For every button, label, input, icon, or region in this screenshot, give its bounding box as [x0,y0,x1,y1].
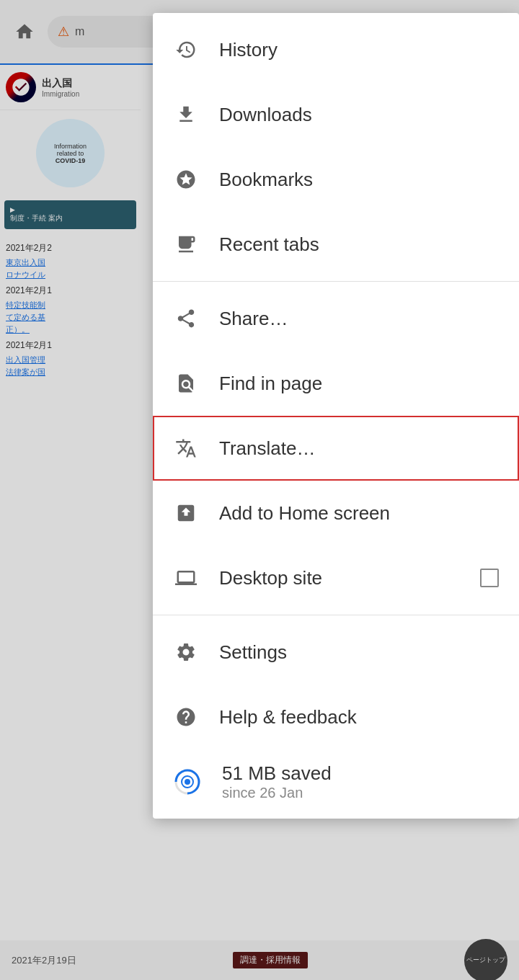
find-in-page-label: Find in page [219,373,499,395]
bookmarks-label: Bookmarks [219,169,499,191]
menu-item-settings[interactable]: Settings [153,620,519,685]
menu-item-downloads[interactable]: Downloads [153,82,519,147]
menu-item-share[interactable]: Share… [153,286,519,351]
desktop-site-checkbox[interactable] [480,569,499,587]
history-icon [173,37,199,63]
recent-tabs-icon [173,231,199,257]
menu-item-help-feedback[interactable]: Help & feedback [153,685,519,749]
savings-since: since 26 Jan [222,785,332,801]
savings-text: 51 MB saved since 26 Jan [222,762,332,801]
menu-item-recent-tabs[interactable]: Recent tabs [153,212,519,277]
share-label: Share… [219,308,499,330]
menu-item-add-home[interactable]: Add to Home screen [153,481,519,545]
translate-label: Translate… [219,437,499,460]
divider-1 [153,281,519,282]
settings-icon [173,639,199,665]
recent-tabs-label: Recent tabs [219,233,499,256]
downloads-icon [173,102,199,128]
settings-label: Settings [219,641,499,664]
menu-item-history[interactable]: History [153,17,519,82]
find-in-page-icon [173,370,199,396]
context-menu: History Downloads Bookmarks [153,13,519,819]
menu-item-desktop-site[interactable]: Desktop site [153,545,519,610]
bookmarks-icon [173,166,199,192]
menu-item-find-in-page[interactable]: Find in page [153,351,519,416]
help-icon [173,704,199,730]
divider-2 [153,615,519,615]
add-home-label: Add to Home screen [219,502,499,525]
dropdown-overlay[interactable]: History Downloads Bookmarks [0,0,519,980]
add-home-icon [173,500,199,526]
desktop-site-label: Desktop site [219,567,460,589]
svg-point-3 [185,779,190,785]
downloads-label: Downloads [219,104,499,126]
menu-item-bookmarks[interactable]: Bookmarks [153,147,519,212]
help-feedback-label: Help & feedback [219,706,499,729]
desktop-site-icon [173,565,199,591]
data-savings-item: 51 MB saved since 26 Jan [153,749,519,814]
data-savings-icon [173,767,202,796]
translate-icon [173,435,199,461]
savings-amount: 51 MB saved [222,762,332,785]
history-label: History [219,39,499,61]
share-icon [173,306,199,331]
menu-item-translate[interactable]: Translate… [153,416,519,481]
